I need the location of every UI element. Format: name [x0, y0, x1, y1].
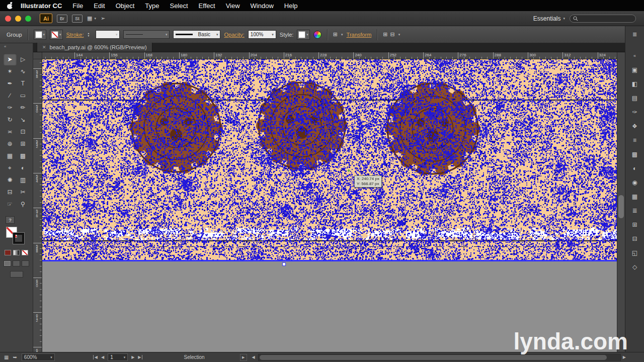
change-screen-mode-button[interactable] [10, 271, 23, 278]
transform-panel-icon[interactable]: ◇ [632, 262, 637, 272]
artboard-number-dropdown[interactable]: 1 ▾ [108, 353, 128, 361]
menu-item-view[interactable]: View [226, 2, 240, 10]
stroke-color-swatch[interactable]: ▾ [50, 30, 63, 40]
artboard-tool[interactable]: ⊟ [4, 186, 17, 198]
layers-panel-icon[interactable]: ≣ [632, 206, 637, 215]
artboards-panel-icon[interactable]: ⊞ [632, 220, 637, 229]
panel-menu-icon[interactable]: ≣ [632, 31, 637, 38]
document-tab[interactable]: ✕ beach_party.ai @ 600% (RGB/Preview) [37, 43, 152, 52]
align-vertical-icon[interactable]: ⊟ [390, 31, 395, 38]
variable-width-profile-dropdown[interactable]: ▾ [123, 30, 170, 39]
scale-tool[interactable]: ↘ [17, 114, 30, 126]
search-input[interactable] [580, 16, 632, 21]
hand-tool[interactable]: ☞ [4, 198, 17, 210]
color-guide-panel-icon[interactable]: ◧ [632, 79, 637, 88]
magic-wand-tool[interactable]: ✶ [4, 65, 17, 77]
bridge-button[interactable]: Br [57, 15, 67, 23]
gradient-button[interactable] [13, 250, 20, 255]
draw-normal-button[interactable] [4, 260, 11, 266]
close-window-button[interactable] [5, 16, 11, 22]
opacity-field[interactable]: 100%▾ [248, 30, 276, 39]
recolor-artwork-button[interactable] [313, 31, 321, 39]
brushes-panel-icon[interactable]: ✑ [632, 107, 637, 117]
minimize-window-button[interactable] [15, 16, 21, 22]
selection-tool[interactable]: ➤ [4, 53, 17, 65]
arrange-documents-icon[interactable]: ▦ ▾ [87, 15, 96, 22]
slice-tool[interactable]: ✂ [17, 186, 30, 198]
transform-link[interactable]: Transform [347, 32, 372, 38]
swatches-panel-icon[interactable]: ▤ [632, 93, 637, 103]
stroke-weight-field[interactable]: ▾ [96, 30, 120, 39]
app-menu[interactable]: Illustrator CC [21, 2, 62, 10]
brush-definition-dropdown[interactable]: Basic▾ [173, 30, 220, 39]
last-artboard-button[interactable]: ▶ [138, 355, 142, 359]
draw-behind-button[interactable] [13, 260, 20, 266]
menu-item-window[interactable]: Window [251, 2, 274, 10]
scroll-left-button[interactable]: ◀ [252, 355, 255, 359]
draw-inside-button[interactable] [22, 260, 29, 266]
type-tool[interactable]: T [17, 77, 30, 89]
fill-stroke-indicator[interactable] [5, 227, 28, 246]
help-tool-box[interactable]: ? [6, 216, 15, 224]
mesh-tool[interactable]: ▦ [4, 150, 17, 162]
rectangle-tool[interactable]: ▭ [17, 89, 30, 102]
stroke-panel-icon[interactable]: ≡ [633, 135, 636, 145]
width-tool[interactable]: ≍ [4, 126, 17, 138]
rotate-tool[interactable]: ↻ [4, 114, 17, 126]
stroke-swatch[interactable] [13, 233, 24, 244]
color-button[interactable] [5, 250, 11, 255]
first-artboard-button[interactable]: ◀ [93, 355, 98, 359]
stroke-weight-stepper[interactable]: ▲▼ [87, 32, 92, 37]
blend-tool[interactable]: ◐ [17, 162, 30, 174]
eyedropper-tool[interactable]: ⌖ [4, 162, 17, 174]
collapse-tools-icon[interactable]: « [0, 43, 33, 50]
symbol-sprayer-tool[interactable]: ✺ [4, 174, 17, 186]
zoom-level-dropdown[interactable]: 600% ▾ [22, 353, 55, 361]
pathfinder-panel-icon[interactable]: ◱ [632, 248, 637, 257]
zoom-tool[interactable]: ⚲ [17, 198, 30, 210]
transparency-panel-icon[interactable]: ◐ [633, 163, 636, 173]
selection-handle[interactable] [282, 262, 286, 266]
appearance-panel-icon[interactable]: ◉ [632, 177, 637, 187]
apple-menu-icon[interactable] [7, 3, 13, 9]
menu-item-file[interactable]: File [72, 2, 83, 10]
vertical-scrollbar[interactable] [617, 52, 625, 352]
fill-color-swatch[interactable]: ▾ [34, 30, 47, 40]
horizontal-scrollbar-thumb[interactable] [260, 355, 607, 360]
align-objects-icons[interactable]: ⊞ ⊟ ▾ [383, 31, 400, 38]
pencil-tool[interactable]: ✏ [17, 102, 30, 114]
menu-item-object[interactable]: Object [116, 2, 135, 10]
align-panel-icon[interactable]: ⊟ [632, 234, 637, 243]
align-horizontal-icon[interactable]: ⊞ [383, 31, 387, 38]
menu-item-select[interactable]: Select [170, 2, 188, 10]
menu-item-type[interactable]: Type [145, 2, 159, 10]
close-tab-icon[interactable]: ✕ [42, 45, 46, 50]
paintbrush-tool[interactable]: ✑ [4, 102, 17, 114]
workspace-switcher[interactable]: Essentials ▾ [533, 15, 565, 22]
stepper-down-icon[interactable]: ▼ [87, 35, 92, 37]
stock-button[interactable]: St [72, 15, 83, 23]
color-panel-icon[interactable]: ▣ [632, 65, 637, 74]
vertical-scrollbar-thumb[interactable] [618, 195, 624, 218]
lasso-tool[interactable]: ∿ [17, 65, 30, 77]
free-transform-tool[interactable]: ⊡ [17, 126, 30, 138]
style-swatch-dropdown[interactable]: ▾ [297, 30, 310, 40]
zoom-window-button[interactable] [25, 16, 31, 22]
direct-selection-tool[interactable]: ▷ [17, 53, 30, 65]
search-field[interactable] [570, 15, 636, 23]
horizontal-ruler[interactable]: 1441561681801922042162282402522642762883… [42, 52, 617, 59]
line-segment-tool[interactable]: ∕ [4, 89, 17, 102]
menu-item-edit[interactable]: Edit [94, 2, 105, 10]
vertical-ruler[interactable]: 528540552564576588600612624 [33, 59, 42, 352]
gradient-panel-icon[interactable]: ▩ [632, 149, 637, 159]
opacity-label[interactable]: Opacity: [224, 32, 244, 38]
hand-scroll-icon[interactable]: ➥ [13, 354, 17, 360]
menu-item-effect[interactable]: Effect [199, 2, 215, 10]
menu-item-help[interactable]: Help [284, 2, 298, 10]
symbols-panel-icon[interactable]: ❖ [632, 121, 637, 131]
share-icon[interactable]: ➢ [101, 15, 105, 22]
collapse-panels-icon[interactable]: « [633, 51, 636, 60]
arrange-options-icon[interactable]: ⊞▾ [333, 31, 343, 38]
gradient-tool[interactable]: ▩ [17, 150, 30, 162]
stroke-label[interactable]: Stroke: [66, 32, 84, 38]
